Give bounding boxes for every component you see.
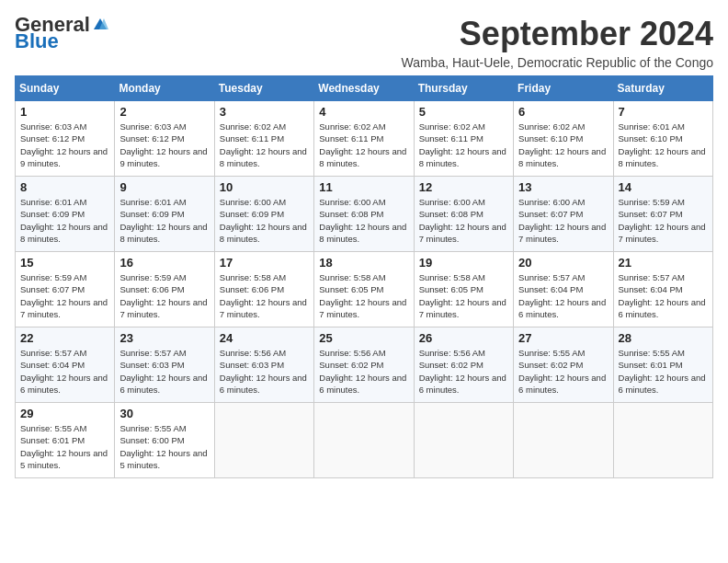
table-row: 13 Sunrise: 6:00 AM Sunset: 6:07 PM Dayl… bbox=[514, 177, 613, 252]
day-number: 20 bbox=[518, 256, 608, 270]
table-row: 29 Sunrise: 5:55 AM Sunset: 6:01 PM Dayl… bbox=[16, 403, 115, 478]
day-number: 26 bbox=[419, 331, 508, 345]
day-info: Sunrise: 6:03 AM Sunset: 6:12 PM Dayligh… bbox=[20, 121, 109, 169]
table-row: 12 Sunrise: 6:00 AM Sunset: 6:08 PM Dayl… bbox=[414, 177, 513, 252]
day-number: 13 bbox=[518, 180, 608, 194]
day-number: 24 bbox=[220, 331, 309, 345]
table-row: 23 Sunrise: 5:57 AM Sunset: 6:03 PM Dayl… bbox=[115, 327, 214, 403]
day-info: Sunrise: 5:59 AM Sunset: 6:06 PM Dayligh… bbox=[119, 271, 209, 320]
table-row: 4 Sunrise: 6:02 AM Sunset: 6:11 PM Dayli… bbox=[314, 101, 414, 177]
header: General Blue September 2024 Wamba, Haut-… bbox=[15, 15, 713, 70]
calendar-week-row: 8 Sunrise: 6:01 AM Sunset: 6:09 PM Dayli… bbox=[16, 177, 713, 252]
day-info: Sunrise: 6:03 AM Sunset: 6:12 PM Dayligh… bbox=[119, 121, 209, 169]
table-row: 26 Sunrise: 5:56 AM Sunset: 6:02 PM Dayl… bbox=[414, 327, 513, 403]
day-info: Sunrise: 6:00 AM Sunset: 6:09 PM Dayligh… bbox=[220, 196, 309, 245]
day-number: 19 bbox=[419, 256, 508, 270]
day-info: Sunrise: 5:59 AM Sunset: 6:07 PM Dayligh… bbox=[619, 196, 708, 245]
table-row: 14 Sunrise: 5:59 AM Sunset: 6:07 PM Dayl… bbox=[613, 177, 712, 252]
day-number: 15 bbox=[20, 256, 109, 270]
table-row: 3 Sunrise: 6:02 AM Sunset: 6:11 PM Dayli… bbox=[214, 101, 313, 177]
day-info: Sunrise: 5:57 AM Sunset: 6:04 PM Dayligh… bbox=[518, 271, 608, 320]
day-info: Sunrise: 6:02 AM Sunset: 6:11 PM Dayligh… bbox=[419, 121, 508, 169]
day-info: Sunrise: 6:02 AM Sunset: 6:10 PM Dayligh… bbox=[518, 121, 608, 169]
calendar-week-row: 15 Sunrise: 5:59 AM Sunset: 6:07 PM Dayl… bbox=[16, 252, 713, 327]
day-number: 12 bbox=[419, 180, 508, 194]
table-row bbox=[414, 403, 513, 478]
table-row bbox=[214, 403, 313, 478]
day-number: 29 bbox=[20, 407, 109, 420]
day-info: Sunrise: 5:56 AM Sunset: 6:03 PM Dayligh… bbox=[220, 347, 309, 396]
day-info: Sunrise: 5:57 AM Sunset: 6:04 PM Dayligh… bbox=[20, 347, 109, 396]
table-row: 28 Sunrise: 5:55 AM Sunset: 6:01 PM Dayl… bbox=[613, 327, 712, 403]
logo-icon bbox=[92, 17, 108, 33]
table-row: 9 Sunrise: 6:01 AM Sunset: 6:09 PM Dayli… bbox=[115, 177, 214, 252]
day-number: 5 bbox=[419, 105, 508, 119]
day-info: Sunrise: 6:00 AM Sunset: 6:07 PM Dayligh… bbox=[518, 196, 608, 245]
day-info: Sunrise: 5:56 AM Sunset: 6:02 PM Dayligh… bbox=[419, 347, 508, 396]
title-block: September 2024 Wamba, Haut-Uele, Democra… bbox=[401, 15, 713, 70]
day-info: Sunrise: 5:55 AM Sunset: 6:00 PM Dayligh… bbox=[119, 422, 209, 471]
day-number: 21 bbox=[619, 256, 708, 270]
table-row: 20 Sunrise: 5:57 AM Sunset: 6:04 PM Dayl… bbox=[514, 252, 613, 327]
day-info: Sunrise: 5:57 AM Sunset: 6:03 PM Dayligh… bbox=[119, 347, 209, 396]
calendar-week-row: 1 Sunrise: 6:03 AM Sunset: 6:12 PM Dayli… bbox=[16, 101, 713, 177]
table-row: 21 Sunrise: 5:57 AM Sunset: 6:04 PM Dayl… bbox=[613, 252, 712, 327]
day-info: Sunrise: 5:59 AM Sunset: 6:07 PM Dayligh… bbox=[20, 271, 109, 320]
day-info: Sunrise: 6:00 AM Sunset: 6:08 PM Dayligh… bbox=[319, 196, 408, 245]
table-row: 1 Sunrise: 6:03 AM Sunset: 6:12 PM Dayli… bbox=[16, 101, 115, 177]
day-number: 25 bbox=[319, 331, 408, 345]
table-row: 25 Sunrise: 5:56 AM Sunset: 6:02 PM Dayl… bbox=[314, 327, 414, 403]
header-friday: Friday bbox=[514, 76, 613, 101]
day-number: 11 bbox=[319, 180, 408, 194]
day-number: 22 bbox=[20, 331, 109, 345]
table-row: 7 Sunrise: 6:01 AM Sunset: 6:10 PM Dayli… bbox=[613, 101, 712, 177]
location-title: Wamba, Haut-Uele, Democratic Republic of… bbox=[401, 55, 713, 70]
day-number: 23 bbox=[119, 331, 209, 345]
calendar-table: Sunday Monday Tuesday Wednesday Thursday… bbox=[15, 75, 713, 478]
day-number: 7 bbox=[619, 105, 708, 119]
logo-text-blue: Blue bbox=[15, 31, 59, 52]
day-number: 28 bbox=[619, 331, 708, 345]
day-number: 3 bbox=[220, 105, 309, 119]
day-info: Sunrise: 5:57 AM Sunset: 6:04 PM Dayligh… bbox=[619, 271, 708, 320]
table-row: 22 Sunrise: 5:57 AM Sunset: 6:04 PM Dayl… bbox=[16, 327, 115, 403]
table-row: 5 Sunrise: 6:02 AM Sunset: 6:11 PM Dayli… bbox=[414, 101, 513, 177]
day-info: Sunrise: 5:55 AM Sunset: 6:02 PM Dayligh… bbox=[518, 347, 608, 396]
day-info: Sunrise: 5:56 AM Sunset: 6:02 PM Dayligh… bbox=[319, 347, 408, 396]
table-row: 2 Sunrise: 6:03 AM Sunset: 6:12 PM Dayli… bbox=[115, 101, 214, 177]
day-number: 6 bbox=[518, 105, 608, 119]
day-info: Sunrise: 6:01 AM Sunset: 6:10 PM Dayligh… bbox=[619, 121, 708, 169]
month-title: September 2024 bbox=[401, 15, 713, 53]
table-row: 30 Sunrise: 5:55 AM Sunset: 6:00 PM Dayl… bbox=[115, 403, 214, 478]
day-info: Sunrise: 5:58 AM Sunset: 6:05 PM Dayligh… bbox=[319, 271, 408, 320]
table-row: 18 Sunrise: 5:58 AM Sunset: 6:05 PM Dayl… bbox=[314, 252, 414, 327]
table-row: 24 Sunrise: 5:56 AM Sunset: 6:03 PM Dayl… bbox=[214, 327, 313, 403]
calendar-week-row: 22 Sunrise: 5:57 AM Sunset: 6:04 PM Dayl… bbox=[16, 327, 713, 403]
day-info: Sunrise: 5:58 AM Sunset: 6:06 PM Dayligh… bbox=[220, 271, 309, 320]
table-row: 15 Sunrise: 5:59 AM Sunset: 6:07 PM Dayl… bbox=[16, 252, 115, 327]
logo: General Blue bbox=[15, 15, 108, 52]
day-info: Sunrise: 6:00 AM Sunset: 6:08 PM Dayligh… bbox=[419, 196, 508, 245]
day-number: 16 bbox=[119, 256, 209, 270]
table-row: 19 Sunrise: 5:58 AM Sunset: 6:05 PM Dayl… bbox=[414, 252, 513, 327]
day-number: 27 bbox=[518, 331, 608, 345]
table-row: 16 Sunrise: 5:59 AM Sunset: 6:06 PM Dayl… bbox=[115, 252, 214, 327]
day-number: 2 bbox=[119, 105, 209, 119]
day-info: Sunrise: 6:01 AM Sunset: 6:09 PM Dayligh… bbox=[20, 196, 109, 245]
day-number: 8 bbox=[20, 180, 109, 194]
day-number: 4 bbox=[319, 105, 408, 119]
day-number: 9 bbox=[119, 180, 209, 194]
day-number: 30 bbox=[119, 407, 209, 420]
header-wednesday: Wednesday bbox=[314, 76, 414, 101]
table-row: 8 Sunrise: 6:01 AM Sunset: 6:09 PM Dayli… bbox=[16, 177, 115, 252]
day-number: 14 bbox=[619, 180, 708, 194]
day-info: Sunrise: 6:02 AM Sunset: 6:11 PM Dayligh… bbox=[319, 121, 408, 169]
day-info: Sunrise: 6:02 AM Sunset: 6:11 PM Dayligh… bbox=[220, 121, 309, 169]
day-info: Sunrise: 5:55 AM Sunset: 6:01 PM Dayligh… bbox=[20, 422, 109, 471]
header-saturday: Saturday bbox=[613, 76, 712, 101]
day-info: Sunrise: 5:58 AM Sunset: 6:05 PM Dayligh… bbox=[419, 271, 508, 320]
calendar-week-row: 29 Sunrise: 5:55 AM Sunset: 6:01 PM Dayl… bbox=[16, 403, 713, 478]
header-sunday: Sunday bbox=[16, 76, 115, 101]
day-info: Sunrise: 6:01 AM Sunset: 6:09 PM Dayligh… bbox=[119, 196, 209, 245]
table-row: 10 Sunrise: 6:00 AM Sunset: 6:09 PM Dayl… bbox=[214, 177, 313, 252]
